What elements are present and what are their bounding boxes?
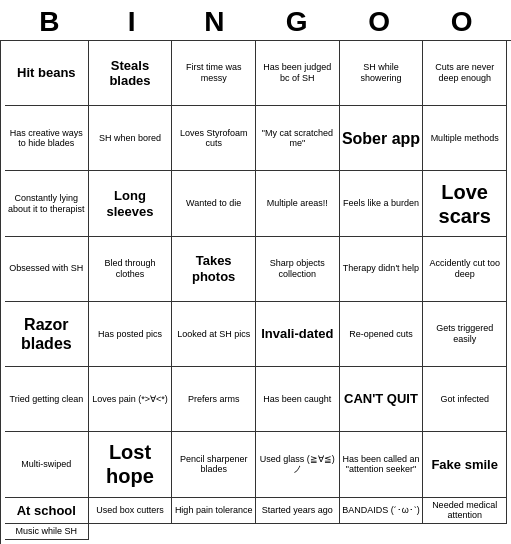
bingo-cell-23[interactable]: Accidently cut too deep bbox=[423, 237, 507, 302]
bingo-cell-47[interactable]: Needed medical attention bbox=[423, 498, 507, 525]
bingo-cell-6[interactable]: Has creative ways to hide blades bbox=[5, 106, 89, 171]
title-g: G bbox=[256, 6, 339, 38]
bingo-cell-33[interactable]: Has been caught bbox=[256, 367, 340, 432]
bingo-cell-12[interactable]: Constantly lying about it to therapist bbox=[5, 171, 89, 236]
bingo-cell-17[interactable]: Love scars bbox=[423, 171, 507, 236]
title-n: N bbox=[173, 6, 256, 38]
bingo-title: B I N G O O bbox=[0, 0, 511, 40]
bingo-cell-25[interactable]: Has posted pics bbox=[89, 302, 173, 367]
bingo-cell-31[interactable]: Loves pain (*>∀<*) bbox=[89, 367, 173, 432]
bingo-grid: Hit beansSteals bladesFirst time was mes… bbox=[0, 40, 511, 544]
bingo-cell-22[interactable]: Therapy didn't help bbox=[340, 237, 424, 302]
bingo-cell-30[interactable]: Tried getting clean bbox=[5, 367, 89, 432]
title-o1: O bbox=[338, 6, 421, 38]
bingo-cell-48[interactable]: Music while SH bbox=[5, 524, 89, 540]
bingo-cell-16[interactable]: Feels like a burden bbox=[340, 171, 424, 236]
bingo-cell-13[interactable]: Long sleeves bbox=[89, 171, 173, 236]
bingo-cell-36[interactable]: Multi-swiped bbox=[5, 432, 89, 497]
bingo-cell-0[interactable]: Hit beans bbox=[5, 41, 89, 106]
title-o2: O bbox=[421, 6, 504, 38]
bingo-cell-8[interactable]: Loves Styrofoam cuts bbox=[172, 106, 256, 171]
bingo-cell-29[interactable]: Gets triggered easily bbox=[423, 302, 507, 367]
bingo-cell-32[interactable]: Prefers arms bbox=[172, 367, 256, 432]
bingo-cell-40[interactable]: Has been called an "attention seeker" bbox=[340, 432, 424, 497]
bingo-cell-41[interactable]: Fake smile bbox=[423, 432, 507, 497]
bingo-cell-14[interactable]: Wanted to die bbox=[172, 171, 256, 236]
bingo-cell-39[interactable]: Used glass (≧∀≦)ノ bbox=[256, 432, 340, 497]
bingo-cell-3[interactable]: Has been judged bc of SH bbox=[256, 41, 340, 106]
title-b: B bbox=[8, 6, 91, 38]
bingo-cell-42[interactable]: At school bbox=[5, 498, 89, 525]
bingo-cell-5[interactable]: Cuts are never deep enough bbox=[423, 41, 507, 106]
bingo-cell-38[interactable]: Pencil sharpener blades bbox=[172, 432, 256, 497]
bingo-cell-11[interactable]: Multiple methods bbox=[423, 106, 507, 171]
bingo-cell-35[interactable]: Got infected bbox=[423, 367, 507, 432]
bingo-cell-7[interactable]: SH when bored bbox=[89, 106, 173, 171]
bingo-cell-9[interactable]: "My cat scratched me" bbox=[256, 106, 340, 171]
bingo-cell-24[interactable]: Razor blades bbox=[5, 302, 89, 367]
bingo-cell-15[interactable]: Multiple areas!! bbox=[256, 171, 340, 236]
title-i: I bbox=[91, 6, 174, 38]
bingo-cell-45[interactable]: Started years ago bbox=[256, 498, 340, 525]
bingo-cell-4[interactable]: SH while showering bbox=[340, 41, 424, 106]
bingo-cell-43[interactable]: Used box cutters bbox=[89, 498, 173, 525]
bingo-cell-18[interactable]: Obsessed with SH bbox=[5, 237, 89, 302]
bingo-cell-19[interactable]: Bled through clothes bbox=[89, 237, 173, 302]
bingo-cell-37[interactable]: Lost hope bbox=[89, 432, 173, 497]
bingo-cell-44[interactable]: High pain tolerance bbox=[172, 498, 256, 525]
bingo-cell-27[interactable]: Invali-dated bbox=[256, 302, 340, 367]
bingo-cell-21[interactable]: Sharp objects collection bbox=[256, 237, 340, 302]
bingo-cell-10[interactable]: Sober app bbox=[340, 106, 424, 171]
bingo-cell-28[interactable]: Re-opened cuts bbox=[340, 302, 424, 367]
bingo-cell-1[interactable]: Steals blades bbox=[89, 41, 173, 106]
bingo-cell-34[interactable]: CAN'T QUIT bbox=[340, 367, 424, 432]
bingo-cell-26[interactable]: Looked at SH pics bbox=[172, 302, 256, 367]
bingo-cell-20[interactable]: Takes photos bbox=[172, 237, 256, 302]
bingo-cell-46[interactable]: BANDAIDS (´･ω･`) bbox=[340, 498, 424, 525]
bingo-cell-2[interactable]: First time was messy bbox=[172, 41, 256, 106]
